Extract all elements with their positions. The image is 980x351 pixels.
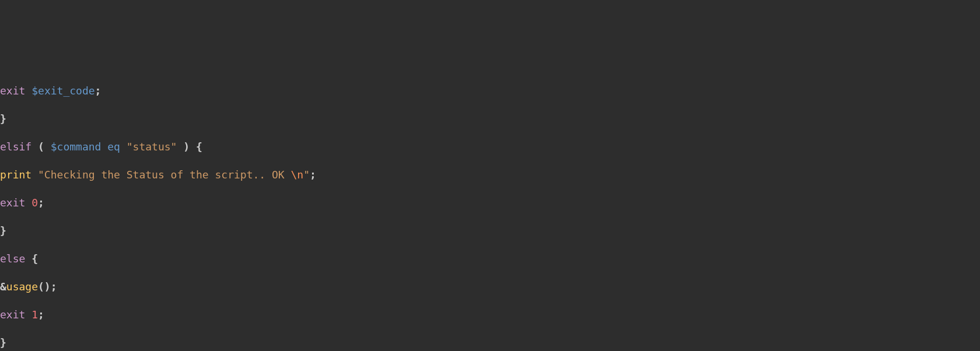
number: 0: [25, 196, 38, 209]
escape-newline: \n: [291, 169, 304, 181]
keyword-print: print: [0, 169, 32, 181]
code-editor[interactable]: exit $exit_code; } elsif ( $command eq "…: [0, 70, 980, 351]
code-line: exit $exit_code;: [0, 84, 980, 98]
number: 1: [25, 308, 38, 321]
code-line: }: [0, 112, 980, 126]
ampersand: &: [0, 280, 6, 293]
keyword-exit: exit: [0, 85, 25, 97]
variable: $command: [51, 141, 102, 153]
keyword-else: else: [0, 252, 25, 265]
code-line: else {: [0, 252, 980, 266]
code-line: }: [0, 224, 980, 238]
keyword-exit: exit: [0, 308, 25, 321]
code-line: print "Checking the Status of the script…: [0, 168, 980, 182]
variable: $exit_code: [32, 85, 94, 97]
brace-close: }: [0, 224, 6, 237]
brace-close: }: [0, 113, 6, 125]
keyword-elsif: elsif: [0, 141, 32, 153]
semicolon: ;: [38, 196, 44, 209]
keyword-exit: exit: [0, 196, 25, 209]
parens: (): [38, 280, 51, 293]
semicolon: ;: [38, 308, 44, 321]
code-line: }: [0, 336, 980, 350]
code-line: elsif ( $command eq "status" ) {: [0, 140, 980, 154]
code-line: exit 1;: [0, 308, 980, 322]
brace-open: {: [25, 252, 38, 265]
brace-open: {: [196, 141, 202, 153]
semicolon: ;: [51, 280, 57, 293]
code-line: exit 0;: [0, 196, 980, 210]
string: "status": [127, 141, 177, 153]
call-usage: usage: [6, 280, 38, 293]
semicolon: ;: [95, 85, 102, 97]
string: "Checking the Status of the script.. OK: [32, 169, 290, 181]
code-line: &usage();: [0, 280, 980, 294]
semicolon: ;: [310, 169, 316, 181]
brace-close: }: [0, 336, 6, 349]
